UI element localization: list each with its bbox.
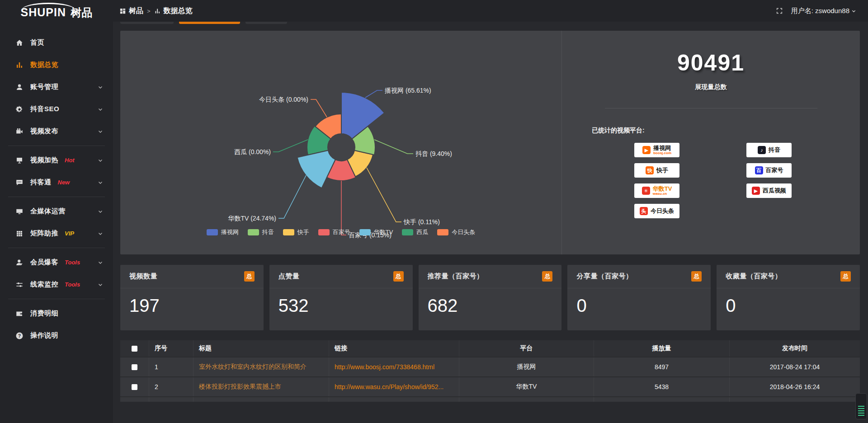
platform-badge-xigua: ▶ 西瓜视频 [746, 183, 792, 198]
legend-item[interactable]: 西瓜 [402, 228, 428, 236]
stat-value: 532 [269, 288, 413, 316]
sidebar-item-spend-detail[interactable]: 消费明细 [0, 302, 113, 324]
chevron-down-icon [98, 158, 103, 163]
platform-badge-kuaishou: 快 快手 [634, 163, 679, 178]
chevron-down-icon [98, 85, 103, 90]
video-camera-icon [15, 127, 24, 136]
logo-arc [22, 3, 75, 10]
main-content: 抖音seo数据 全媒体运营数据 询盘数据 播视网 (65.61%) 抖音 (9.… [113, 5, 868, 402]
vip-badge: VIP [65, 230, 74, 237]
sidebar-item-member-burst[interactable]: 会员爆客 Tools [0, 251, 113, 273]
row-time: 2018-04-26 16:24 [730, 377, 860, 396]
total-badge: 总 [691, 271, 702, 282]
row-index: 2 [149, 377, 193, 396]
stat-value: 0 [717, 288, 860, 316]
legend-item[interactable]: 今日头条 [437, 228, 475, 236]
chat-icon [15, 179, 24, 187]
videos-table: 序号 标题 链接 平台 播放量 发布时间 1 室外水纹灯和室内水纹灯的区别和简介… [120, 340, 860, 402]
kuaishou-logo-icon: 快 [646, 166, 654, 174]
legend-chip [402, 229, 413, 235]
username-label: 用户名: zswodun88 [791, 7, 849, 15]
row-platform: 华数TV [459, 377, 594, 396]
wallet-icon [15, 310, 24, 318]
sidebar-item-account[interactable]: 账号管理 [0, 76, 113, 98]
pie-label-washutv: 华数TV (24.74%) [228, 215, 276, 222]
legend-item[interactable]: 华数TV [359, 228, 393, 236]
breadcrumb-current[interactable]: 数据总览 [154, 6, 193, 16]
sidebar-item-matrix-boost[interactable]: 矩阵助推 VIP [0, 222, 113, 244]
sidebar-item-doucketong[interactable]: 抖客通 New [0, 171, 113, 193]
app-logo: SHUPIN 树品 [0, 0, 113, 22]
label-line [341, 181, 346, 235]
total-badge: 总 [542, 271, 552, 282]
col-plays: 播放量 [594, 340, 730, 357]
platform-badge-toutiao: 头 今日头条 [634, 204, 679, 218]
video-title-link[interactable]: 室外水纹灯和室内水纹灯的区别和简介 [193, 357, 329, 376]
legend-item[interactable]: 播视网 [207, 228, 239, 236]
tools-badge: Tools [65, 259, 80, 266]
pie-label-douyin: 抖音 (9.40%) [415, 150, 452, 157]
chevron-down-icon [98, 209, 103, 214]
stat-card-shares: 分享量（百家号）总 0 [567, 265, 711, 330]
baijiahao-logo-icon: 百 [755, 166, 763, 174]
select-all-checkbox[interactable] [132, 346, 137, 352]
legend-item[interactable]: 抖音 [248, 228, 274, 236]
table-header-row: 序号 标题 链接 平台 播放量 发布时间 [120, 340, 860, 357]
user-icon [15, 83, 24, 91]
sidebar-divider [8, 248, 105, 248]
bar-chart-icon [154, 8, 161, 14]
row-checkbox[interactable] [132, 384, 137, 390]
chart-legend: 播视网 抖音 快手 百家号 华数TV 西瓜 今日头条 [120, 228, 561, 236]
user-menu[interactable]: 用户名: zswodun88 [791, 7, 856, 15]
legend-item[interactable]: 快手 [283, 228, 309, 236]
fullscreen-icon[interactable] [776, 7, 783, 14]
grid-icon [15, 230, 24, 238]
sliders-icon [15, 281, 24, 289]
sidebar-item-video-publish[interactable]: 视频发布 [0, 120, 113, 142]
dashboard-icon [119, 8, 126, 14]
breadcrumb-separator: > [147, 8, 151, 14]
video-title-link[interactable]: 楼体投影灯投影效果震撼上市 [193, 377, 329, 396]
total-impressions-value: 90491 [562, 50, 860, 76]
stat-value: 0 [567, 288, 711, 316]
legend-chip [359, 229, 371, 235]
total-badge: 总 [393, 271, 404, 282]
pie-label-kuaishou: 快手 (0.11%) [403, 218, 440, 226]
video-url-link[interactable]: http://www.wasu.cn/Play/show/id/952... [329, 377, 459, 396]
legend-item[interactable]: 百家号 [318, 228, 350, 236]
platform-badge-washutv: ✳ 华数TVwasu.cn [634, 183, 679, 198]
row-plays: 5438 [594, 377, 730, 396]
sidebar-item-data-overview[interactable]: 数据总览 [0, 54, 113, 76]
washutv-logo-icon: ✳ [642, 187, 650, 195]
screen-icon [15, 207, 24, 216]
floating-helper-widget[interactable] [855, 393, 867, 419]
sidebar-item-video-heat[interactable]: 视频加热 Hot [0, 149, 113, 171]
table-row-partial [120, 397, 860, 402]
sidebar-item-omni-media[interactable]: 全媒体运营 [0, 200, 113, 222]
col-link: 链接 [329, 340, 459, 357]
stat-card-recommends: 推荐量（百家号）总 682 [419, 265, 562, 330]
pie-slice-华数TV[interactable] [297, 150, 336, 188]
top-bar: SHUPIN 树品 树品 > 数据总览 用户名: zswodun88 [0, 0, 868, 22]
chevron-down-icon [98, 129, 103, 134]
sidebar-item-home[interactable]: 首页 [0, 32, 113, 54]
row-index: 1 [149, 357, 193, 376]
sidebar-item-lead-monitor[interactable]: 线索监控 Tools [0, 273, 113, 296]
sidebar-item-help[interactable]: ? 操作说明 [0, 324, 113, 347]
hot-badge: Hot [65, 157, 75, 164]
row-checkbox[interactable] [132, 364, 137, 370]
video-url-link[interactable]: http://www.boosj.com/7338468.html [329, 357, 459, 376]
label-line [311, 99, 327, 117]
legend-chip [207, 229, 218, 235]
sidebar-item-douyin-seo[interactable]: 抖音SEO [0, 98, 113, 120]
svg-text:?: ? [18, 333, 21, 338]
chevron-down-icon [98, 231, 103, 236]
chevron-down-icon [98, 180, 103, 185]
chevron-down-icon [98, 107, 103, 112]
label-line [367, 168, 401, 222]
pie-label-toutiao: 今日头条 (0.00%) [259, 96, 308, 103]
legend-chip [283, 229, 294, 235]
breadcrumb-root[interactable]: 树品 [119, 6, 143, 16]
stat-value: 682 [419, 288, 562, 316]
new-badge: New [58, 179, 70, 186]
